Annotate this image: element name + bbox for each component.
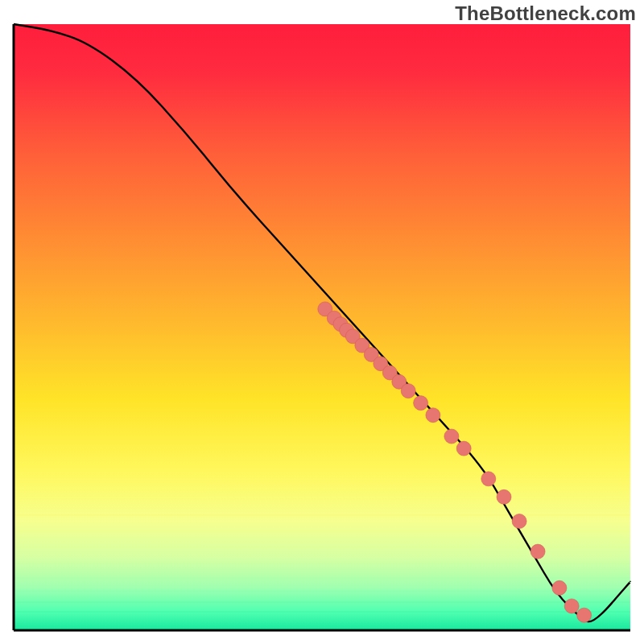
data-point [564,599,579,613]
chart-stage: TheBottleneck.com [0,0,644,644]
data-point [414,396,428,411]
data-point [426,408,440,423]
data-point [552,580,567,595]
data-point [481,472,496,486]
data-point [530,544,545,559]
data-point [456,441,471,456]
data-point [512,514,526,529]
data-point [401,384,415,398]
data-point [444,429,459,444]
plot-background [14,24,630,630]
chart-svg [0,0,644,644]
data-point [497,489,511,504]
data-point [577,608,592,622]
watermark-label: TheBottleneck.com [455,2,636,25]
